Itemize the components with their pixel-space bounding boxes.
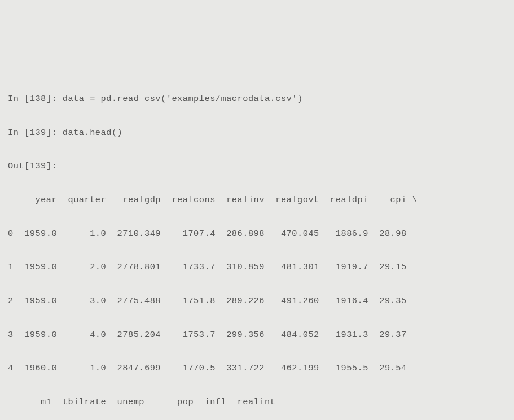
code-line: Out[139]: bbox=[8, 158, 506, 175]
code-line: m1 tbilrate unemp pop infl realint bbox=[8, 394, 506, 411]
code-line: 3 1959.0 4.0 2785.204 1753.7 299.356 484… bbox=[8, 327, 506, 344]
code-block: In [138]: data = pd.read_csv('examples/m… bbox=[8, 74, 506, 420]
code-line: 0 1959.0 1.0 2710.349 1707.4 286.898 470… bbox=[8, 226, 506, 243]
code-line: 1 1959.0 2.0 2778.801 1733.7 310.859 481… bbox=[8, 259, 506, 276]
code-line: year quarter realgdp realcons realinv re… bbox=[8, 192, 506, 209]
code-line: In [138]: data = pd.read_csv('examples/m… bbox=[8, 91, 506, 108]
code-line: In [139]: data.head() bbox=[8, 125, 506, 142]
code-line: 2 1959.0 3.0 2775.488 1751.8 289.226 491… bbox=[8, 293, 506, 310]
code-line: 4 1960.0 1.0 2847.699 1770.5 331.722 462… bbox=[8, 360, 506, 377]
